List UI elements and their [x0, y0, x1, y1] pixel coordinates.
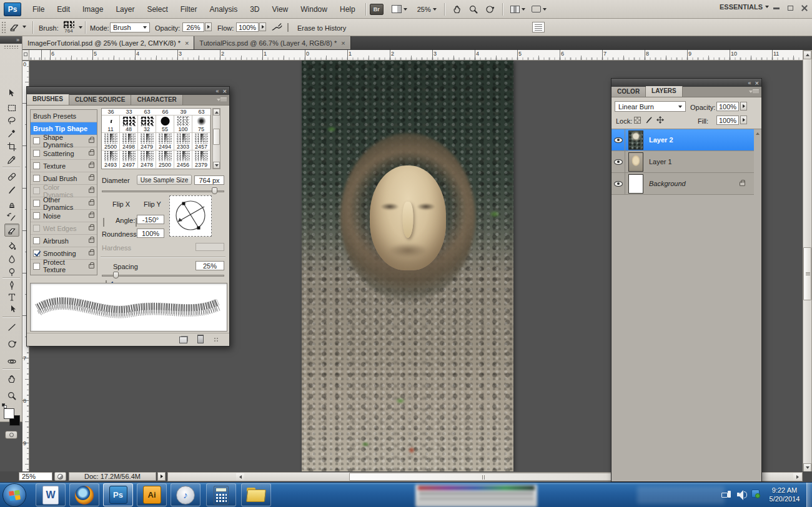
- airbrush-toggle-button[interactable]: [271, 21, 282, 34]
- healing-brush-tool[interactable]: [4, 170, 19, 183]
- taskbar-explorer-button[interactable]: [241, 483, 271, 506]
- eyedropper-tool[interactable]: [4, 153, 19, 166]
- brush-tip-cell[interactable]: 75: [192, 116, 210, 133]
- lock-icon[interactable]: [89, 251, 94, 255]
- angle-input[interactable]: -150°: [137, 215, 164, 224]
- brush-tip-cell[interactable]: 2456: [174, 150, 192, 168]
- scroll-down-button[interactable]: [803, 463, 811, 472]
- menu-image[interactable]: Image: [76, 5, 109, 14]
- menu-select[interactable]: Select: [141, 5, 174, 14]
- diameter-slider-handle[interactable]: [212, 187, 217, 194]
- blend-mode-select[interactable]: Linear Burn: [615, 101, 686, 112]
- brush-tip-cell[interactable]: 2494: [156, 133, 174, 150]
- layers-scroll-up[interactable]: [755, 130, 761, 137]
- list-item-airbrush[interactable]: Airbrush: [31, 235, 97, 247]
- flow-slider-button[interactable]: [259, 22, 266, 31]
- tab-layers[interactable]: LAYERS: [646, 86, 683, 97]
- brush-tip-cell[interactable]: 2500: [156, 150, 174, 168]
- scroll-thumb[interactable]: [213, 129, 220, 145]
- lock-icon[interactable]: [89, 139, 94, 143]
- menu-analysis[interactable]: Analysis: [203, 5, 244, 14]
- horizontal-scroll-thumb[interactable]: [349, 473, 618, 481]
- layer-thumbnail[interactable]: [628, 174, 643, 194]
- tab-color[interactable]: COLOR: [611, 87, 646, 97]
- quick-mask-button[interactable]: [5, 431, 17, 439]
- volume-tray-icon[interactable]: [737, 490, 747, 500]
- status-menu-button[interactable]: [157, 472, 166, 481]
- menu-window[interactable]: Window: [294, 5, 334, 14]
- layer-name[interactable]: Layer 1: [649, 158, 672, 165]
- list-item-scattering[interactable]: Scattering: [31, 147, 97, 160]
- scroll-left-button[interactable]: [236, 473, 244, 481]
- pen-tool[interactable]: [4, 278, 19, 292]
- spacing-slider-handle[interactable]: [113, 272, 119, 278]
- screen-mode-button[interactable]: [528, 4, 550, 14]
- flow-input[interactable]: 100%: [236, 22, 259, 32]
- visibility-toggle[interactable]: [611, 151, 625, 173]
- taskbar-firefox-button[interactable]: [69, 483, 99, 506]
- start-button[interactable]: [2, 483, 26, 507]
- item-checkbox[interactable]: [33, 162, 40, 169]
- line-shape-tool[interactable]: [4, 320, 19, 333]
- fill-slider-button[interactable]: [740, 116, 747, 124]
- lock-icon[interactable]: [89, 176, 94, 180]
- zoom-tool-button[interactable]: [465, 2, 482, 16]
- visibility-toggle[interactable]: [611, 129, 625, 151]
- lock-icon[interactable]: [89, 264, 94, 268]
- brush-tip-cell[interactable]: 100: [174, 116, 192, 133]
- list-item-noise[interactable]: Noise: [31, 210, 97, 222]
- taskbar-window-preview[interactable]: [415, 485, 537, 507]
- taskbar-calculator-button[interactable]: [206, 483, 236, 506]
- eraser-tool[interactable]: [4, 224, 19, 237]
- layer-row-layer1[interactable]: Layer 1: [611, 151, 754, 173]
- list-item-smoothing[interactable]: Smoothing: [31, 247, 97, 260]
- layer-name[interactable]: Layer 2: [649, 136, 673, 144]
- hand-tool-button[interactable]: [449, 2, 465, 16]
- angle-roundness-preview[interactable]: [169, 195, 212, 237]
- 3d-orbit-tool[interactable]: [4, 355, 19, 368]
- dropbox-tray-icon[interactable]: [751, 490, 761, 499]
- chevron-down-icon[interactable]: [79, 26, 82, 29]
- ruler-origin-box[interactable]: [22, 50, 29, 61]
- brush-tip-cell[interactable]: 2500: [102, 133, 120, 150]
- scroll-up-button[interactable]: [803, 51, 811, 59]
- fill-input[interactable]: 100%: [716, 116, 739, 125]
- menu-edit[interactable]: Edit: [51, 5, 76, 14]
- workspace-switcher[interactable]: ESSENTIALS: [720, 3, 769, 11]
- lock-position-icon[interactable]: [656, 116, 665, 124]
- brush-tip-cell[interactable]: 2379: [192, 150, 210, 168]
- tab-close-icon[interactable]: ×: [341, 39, 345, 47]
- taskbar-clock[interactable]: 9:22 AM 5/20/2014: [765, 486, 805, 503]
- brush-tip-cell[interactable]: 2457: [192, 133, 210, 150]
- history-brush-tool[interactable]: [4, 210, 19, 224]
- roundness-input[interactable]: 100%: [137, 229, 164, 238]
- network-tray-icon[interactable]: [721, 491, 731, 499]
- 3d-rotate-tool[interactable]: [4, 337, 19, 350]
- document-tab-active[interactable]: ImageForTutorial.psd @ 25% (Layer 2, CMY…: [22, 36, 194, 49]
- brush-preset-preview[interactable]: 764: [61, 21, 76, 34]
- taskbar-photoshop-button[interactable]: Ps: [103, 483, 133, 506]
- brush-tip-cell[interactable]: 2493: [102, 150, 120, 168]
- zoom-level-dropdown[interactable]: 25%: [414, 4, 440, 15]
- menu-layer[interactable]: Layer: [109, 5, 141, 14]
- vertical-scroll-thumb[interactable]: [803, 247, 811, 300]
- brush-tip-cell[interactable]: 32: [138, 116, 156, 133]
- dodge-tool[interactable]: [4, 265, 19, 278]
- horizontal-ruler[interactable]: 6 5 4 3 2 1 0 1 2 3 4 5 6 7 8 9 10 11: [29, 50, 803, 61]
- layer-thumbnail[interactable]: [628, 152, 643, 172]
- diameter-input[interactable]: 764 px: [194, 175, 224, 185]
- collapse-panel-icon[interactable]: «: [748, 80, 751, 86]
- taskbar-word-button[interactable]: W: [36, 483, 66, 506]
- path-selection-tool[interactable]: [4, 302, 19, 315]
- layer-thumbnail[interactable]: [628, 130, 643, 150]
- item-checkbox[interactable]: [33, 237, 40, 244]
- brush-tool[interactable]: [4, 183, 19, 196]
- layer-name[interactable]: Background: [649, 180, 686, 187]
- brush-tip-cell[interactable]: 48: [120, 116, 138, 133]
- doc-size-readout[interactable]: Doc: 17.2M/56.4M: [69, 472, 156, 481]
- canvas-document[interactable]: [302, 61, 513, 471]
- layers-opacity-slider-button[interactable]: [740, 102, 747, 111]
- resize-grip-icon[interactable]: [214, 337, 219, 343]
- taskbar-illustrator-button[interactable]: Ai: [137, 483, 167, 506]
- marquee-tool[interactable]: [4, 101, 19, 114]
